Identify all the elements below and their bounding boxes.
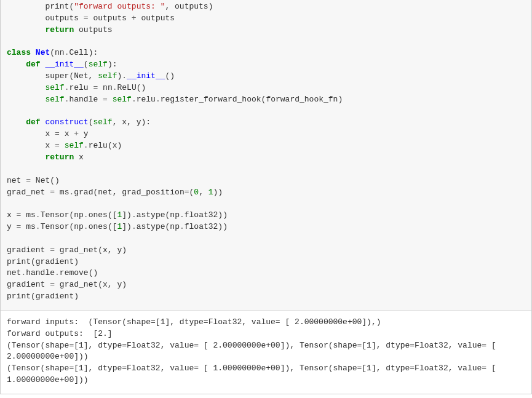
code-line: grad_net = ms.grad(net, grad_position=(0…: [7, 188, 223, 197]
code-line: def __init__(self):: [7, 60, 117, 69]
code-line: self.handle = self.relu.register_forward…: [7, 95, 343, 104]
code-line: class Net(nn.Cell):: [7, 48, 98, 57]
code-line: gradient = grad_net(x, y): [7, 245, 127, 255]
code-input: print("forward outputs: ", outputs) outp…: [1, 0, 531, 311]
code-line: gradient = grad_net(x, y): [7, 280, 127, 289]
code-line: x = ms.Tensor(np.ones([1]).astype(np.flo…: [7, 210, 228, 220]
code-line: self.relu = nn.ReLU(): [7, 83, 146, 92]
code-line: def construct(self, x, y):: [7, 117, 151, 127]
code-line: return outputs: [7, 25, 113, 34]
output-line: (Tensor(shape=[1], dtype=Float32, value=…: [7, 341, 501, 362]
code-line: x = x + y: [7, 129, 89, 138]
code-line: super(Net, self).__init__(): [7, 71, 175, 81]
code-line: outputs = outputs + outputs: [7, 14, 175, 23]
code-line: return x: [7, 153, 84, 162]
code-output: forward inputs: (Tensor(shape=[1], dtype…: [1, 311, 531, 394]
notebook-cell: print("forward outputs: ", outputs) outp…: [0, 0, 532, 394]
code-line: x = self.relu(x): [7, 141, 122, 150]
code-line: print(gradient): [7, 292, 79, 301]
output-line: (Tensor(shape=[1], dtype=Float32, value=…: [7, 364, 501, 384]
code-line: net = Net(): [7, 176, 60, 185]
code-line: print("forward outputs: ", outputs): [7, 2, 213, 11]
code-line: y = ms.Tensor(np.ones([1]).astype(np.flo…: [7, 222, 228, 231]
output-line: forward inputs: (Tensor(shape=[1], dtype…: [7, 317, 381, 327]
output-line: forward outputs: [2.]: [7, 329, 113, 338]
code-line: net.handle.remove(): [7, 268, 98, 277]
code-line: print(gradient): [7, 257, 79, 266]
